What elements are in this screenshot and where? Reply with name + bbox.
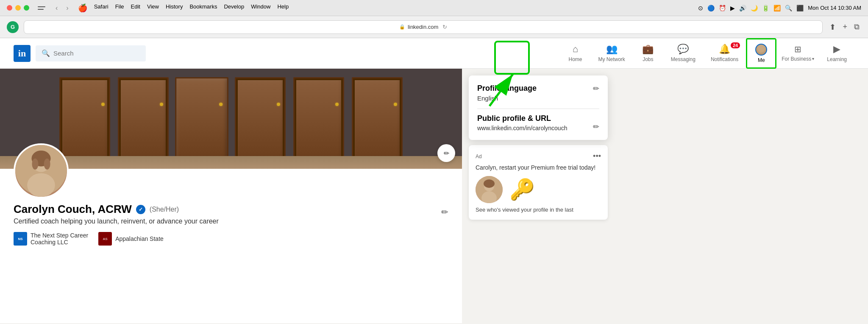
refresh-icon[interactable]: ↻ [442, 24, 447, 30]
public-profile-section: Public profile & URL www.linkedin.com/in… [477, 114, 599, 131]
minimize-button[interactable] [15, 5, 21, 11]
mac-menu: 🍎 Safari File Edit View History Bookmark… [78, 3, 289, 13]
develop-menu[interactable]: Develop [224, 3, 244, 13]
search-mac-icon[interactable]: 🔍 [785, 5, 792, 11]
moon-icon[interactable]: 🌙 [751, 5, 758, 11]
profile-section: ✏ [0, 69, 462, 323]
pronouns: (She/Her) [150, 206, 179, 213]
for-business-icon: ⊞ [794, 44, 801, 54]
forward-button[interactable]: › [64, 3, 71, 14]
profile-language-label: Profile language [477, 84, 599, 93]
datetime: Mon Oct 14 10:30 AM [808, 5, 861, 11]
ad-profile-avatar [476, 176, 503, 203]
history-menu[interactable]: History [166, 3, 183, 13]
svg-point-2 [27, 173, 55, 197]
url-text: linkedin.com [408, 24, 438, 30]
nav-my-network[interactable]: 👥 My Network [591, 38, 633, 69]
verified-badge: ✓ [136, 205, 145, 214]
bookmarks-menu[interactable]: Bookmarks [189, 3, 217, 13]
control-center-icon[interactable]: ⊙ [698, 5, 703, 11]
traffic-lights[interactable] [7, 5, 29, 11]
tabs-button[interactable]: ⧉ [852, 21, 861, 33]
home-icon: ⌂ [573, 44, 578, 55]
profile-avatar [14, 143, 69, 198]
battery-icon[interactable]: 🔋 [762, 5, 769, 11]
banner-floor [0, 156, 462, 169]
audio-icon[interactable]: 🔊 [739, 5, 746, 11]
banner-doors [0, 69, 462, 169]
door-4 [235, 77, 286, 160]
linkedin-nav: in 🔍 ⌂ Home 👥 My Network 💼 Jobs 💬 Messag… [0, 38, 868, 69]
safari-bar: G 🔒 linkedin.com ↻ ⬆ + ⧉ [0, 16, 868, 38]
grammarly-button[interactable]: G [7, 21, 19, 33]
dropdown-card: Profile language English ✏ Public profil… [469, 75, 608, 140]
url-bar[interactable]: 🔒 linkedin.com ↻ [24, 20, 823, 34]
safari-menu[interactable]: Safari [94, 3, 108, 13]
company-name-1: The Next Step CareerCoaching LLC [31, 232, 88, 246]
svg-point-4 [32, 159, 38, 170]
maximize-button[interactable] [24, 5, 29, 11]
play-icon[interactable]: ▶ [730, 5, 735, 11]
nav-me[interactable]: Me [746, 38, 776, 69]
company-name-2: Appalachian State [115, 235, 164, 242]
profile-language-edit[interactable]: ✏ [593, 84, 599, 93]
back-button[interactable]: ‹ [53, 3, 60, 14]
mac-bar-left: ‹ › 🍎 Safari File Edit View History Book… [7, 3, 289, 14]
ad-more-button[interactable]: ••• [593, 152, 601, 161]
avatar-image [15, 143, 67, 197]
public-profile-url[interactable]: www.linkedin.com/in/carolyncouch [477, 125, 599, 131]
search-bar[interactable]: 🔍 [36, 45, 146, 61]
nav-jobs[interactable]: 💼 Jobs [633, 38, 663, 69]
profile-edit-button[interactable]: ✏ [441, 207, 448, 217]
sidebar-toggle[interactable] [36, 3, 50, 13]
safari-nav: ‹ › [53, 3, 71, 14]
linkedin-logo[interactable]: in [14, 45, 31, 62]
avatar-wrapper [14, 143, 69, 198]
nav-notifications[interactable]: 🔔 24 Notifications [703, 38, 746, 69]
company-item-1: NS The Next Step CareerCoaching LLC [14, 232, 88, 246]
network-icon: 👥 [606, 44, 618, 55]
messaging-icon: 💬 [677, 44, 689, 55]
company-logo-1: NS [14, 232, 27, 246]
profile-language-section: Profile language English ✏ [477, 84, 599, 102]
network-label: My Network [598, 56, 625, 62]
svg-point-5 [44, 159, 50, 170]
notifications-icon: 🔔 [719, 44, 730, 55]
public-profile-edit[interactable]: ✏ [593, 122, 599, 131]
me-label: Me [758, 57, 765, 63]
company-logo-2: AS [98, 232, 112, 246]
view-menu[interactable]: View [147, 3, 159, 13]
siri-icon[interactable]: ⬛ [796, 5, 804, 11]
edit-menu[interactable]: Edit [131, 3, 140, 13]
company-list: NS The Next Step CareerCoaching LLC AS A… [14, 232, 448, 246]
wifi-icon[interactable]: 📶 [773, 5, 781, 11]
search-input[interactable] [53, 50, 140, 57]
file-menu[interactable]: File [115, 3, 124, 13]
banner-edit-button[interactable]: ✏ [437, 144, 455, 162]
nav-messaging[interactable]: 💬 Messaging [663, 38, 703, 69]
close-button[interactable] [7, 5, 12, 11]
nav-home[interactable]: ⌂ Home [560, 38, 591, 69]
search-icon: 🔍 [42, 49, 50, 57]
nav-items: ⌂ Home 👥 My Network 💼 Jobs 💬 Messaging 🔔… [560, 38, 855, 69]
share-button[interactable]: ⬆ [828, 21, 837, 34]
help-menu[interactable]: Help [277, 3, 289, 13]
nav-learning[interactable]: ▶ Learning [819, 38, 854, 69]
apple-icon[interactable]: 🍎 [78, 3, 87, 13]
timemachine-icon[interactable]: ⏰ [719, 5, 726, 11]
notification-badge: 24 [731, 42, 740, 48]
new-tab-button[interactable]: + [841, 21, 849, 33]
ad-bottom-text: See who's viewed your profile in the las… [476, 207, 601, 213]
mac-bar-right: ⊙ 🔵 ⏰ ▶ 🔊 🌙 🔋 📶 🔍 ⬛ Mon Oct 14 10:30 AM [698, 5, 861, 11]
jobs-label: Jobs [643, 56, 653, 62]
spyder-icon[interactable]: 🔵 [707, 5, 715, 11]
learning-icon: ▶ [833, 44, 840, 55]
nav-for-business[interactable]: ⊞ For Business ▾ [776, 38, 819, 69]
window-menu[interactable]: Window [251, 3, 270, 13]
door-6 [352, 77, 403, 160]
key-icon: 🔑 [509, 178, 535, 201]
profile-name: Carolyn Couch, ACRW ✓ (She/Her) [14, 203, 448, 216]
profile-card: Carolyn Couch, ACRW ✓ (She/Her) Certifie… [0, 169, 462, 256]
main-content: ✏ [0, 69, 868, 323]
ad-images: 🔑 [476, 176, 601, 203]
